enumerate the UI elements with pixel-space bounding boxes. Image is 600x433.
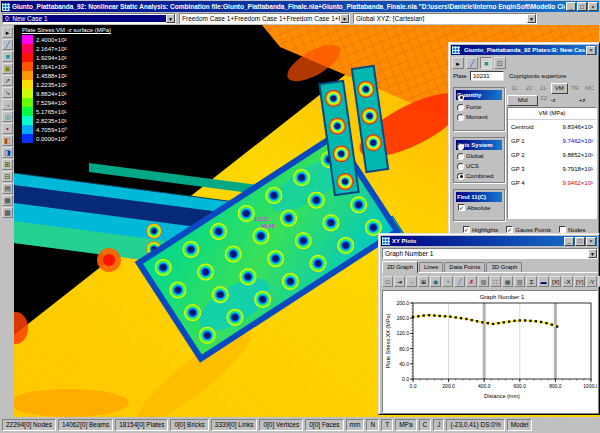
plate-tool-button[interactable]: ■ — [2, 51, 13, 62]
graph-selector-combobox[interactable]: Graph Number 1 ▼ — [382, 248, 598, 259]
corner-hotspot — [97, 248, 121, 272]
axis-neg-y-icon: -Y — [589, 279, 595, 285]
mesh-grid-button[interactable]: ▦ — [2, 195, 13, 206]
maximize-button[interactable]: □ — [577, 2, 587, 11]
close-button[interactable]: × — [586, 46, 596, 55]
delete-graph-button[interactable]: ✗ — [466, 276, 477, 287]
x-axis-label: Distance (mm) — [484, 393, 520, 399]
surface-tab-mid[interactable]: Mid — [507, 95, 538, 106]
save-graph-button[interactable]: ▦ — [502, 276, 513, 287]
graph-chart-panel[interactable]: Graph Number 10.0200.0400.0600.0800.0100… — [382, 290, 598, 413]
close-button[interactable]: × — [588, 2, 598, 11]
copy-values-button[interactable]: ⊡ — [494, 57, 506, 69]
surface-tab--z[interactable]: +z — [568, 95, 597, 106]
mesh-quad-button[interactable]: ⊞ — [2, 159, 13, 170]
pointer-button[interactable]: ▸ — [452, 57, 464, 69]
xy-maximize-button[interactable]: □ — [575, 237, 585, 246]
plate-number-input[interactable]: 10231 — [470, 71, 504, 81]
cylinder-tool-button[interactable]: ◎ — [2, 111, 13, 122]
axis-x-icon: [X] — [552, 279, 559, 285]
grid-snap-button[interactable]: ◨ — [2, 147, 13, 158]
measure-tool-button[interactable]: ↘ — [2, 87, 13, 98]
highlights-checkbox[interactable] — [463, 226, 470, 233]
stress-tab-tr[interactable]: TR — [568, 83, 583, 94]
legend-swatch — [22, 35, 33, 44]
chevron-down-icon[interactable]: ▼ — [340, 14, 349, 23]
export-graph-button[interactable]: → — [406, 276, 417, 287]
x-tick-label: 200.0 — [442, 383, 455, 389]
copy-graph-button[interactable]: ⊞ — [418, 276, 429, 287]
clipboard-grid-button[interactable]: ▧ — [478, 276, 489, 287]
chevron-down-icon[interactable]: ▼ — [588, 249, 597, 258]
stress-tab-mc[interactable]: MC — [582, 83, 597, 94]
mesh-rows-button[interactable]: ▤ — [2, 183, 13, 194]
axis-ucs-option[interactable]: UCS — [454, 161, 504, 171]
axis-global-option[interactable]: Global — [454, 151, 504, 161]
axis-neg-x-button[interactable]: -X — [562, 276, 573, 287]
result-case-combobox[interactable]: 0: New Case 1 ▼ — [2, 13, 176, 24]
quantity-force-option[interactable]: Force — [454, 102, 504, 112]
graph-tab-3d-graph[interactable]: 3D Graph — [486, 262, 522, 272]
xy-minimize-button[interactable]: _ — [564, 237, 574, 246]
plate-select-button[interactable]: ■ — [480, 57, 492, 69]
measure-tool-icon: ↘ — [5, 89, 11, 96]
stress-tab-22[interactable]: 22 — [522, 83, 537, 94]
xy-close-button[interactable]: × — [586, 237, 596, 246]
axis-combined-option[interactable]: Combined — [454, 171, 504, 181]
stress-tab-11-22[interactable]: 11-22 — [536, 83, 551, 94]
table-view-button[interactable]: ▥ — [514, 276, 525, 287]
graph-tab-lines[interactable]: Lines — [419, 262, 443, 272]
axis-local-radio[interactable] — [457, 143, 464, 150]
chevron-down-icon[interactable]: ▼ — [527, 14, 536, 23]
marker-bar-button[interactable]: ▬ — [538, 276, 549, 287]
gauss-points-checkbox[interactable] — [506, 226, 513, 233]
select-arrow-button[interactable]: → — [2, 99, 13, 110]
draw-line-icon: ╱ — [470, 60, 474, 67]
minimize-button[interactable]: _ — [566, 2, 576, 11]
axis-combined-radio[interactable] — [457, 173, 464, 180]
nodes-checkbox[interactable] — [559, 226, 566, 233]
mesh-tri-button[interactable]: ⊟ — [2, 171, 13, 182]
axis-global-radio[interactable] — [457, 153, 464, 160]
pointer-tool-button[interactable]: ▸ — [2, 27, 13, 38]
line-tool-button[interactable]: ╱ — [2, 39, 13, 50]
quantity-moment-radio[interactable] — [457, 114, 464, 121]
print-preview-button[interactable]: ◔ — [442, 276, 453, 287]
new-graph-button[interactable]: □ — [382, 276, 393, 287]
axis-y-button[interactable]: [Y] — [574, 276, 585, 287]
xy-chart[interactable]: Graph Number 10.0200.0400.0600.0800.0100… — [383, 291, 597, 412]
graph-tab-data-points[interactable]: Data Points — [444, 262, 485, 272]
mesh-dense-button[interactable]: ▩ — [2, 207, 13, 218]
open-graph-icon: ⇥ — [397, 279, 402, 285]
link-tool-button[interactable]: ↗ — [2, 75, 13, 86]
quantity-force-radio[interactable] — [457, 104, 464, 111]
stress-tab-vm[interactable]: VM — [551, 83, 568, 94]
stress-tab-11[interactable]: 11 — [507, 83, 522, 94]
sum-button[interactable]: Σ — [526, 276, 537, 287]
status-cell: T — [381, 419, 393, 431]
node-snap-button[interactable]: ◧ — [2, 135, 13, 146]
table-row: GP 29.8852×10¹ — [508, 148, 596, 162]
checkbox-label: Gauss Points — [515, 227, 551, 233]
surface-tab--z[interactable]: -z — [538, 95, 567, 106]
graph-tab-2d-graph[interactable]: 2D Graph — [382, 261, 418, 273]
highlighted-plate-tag: 10231 — [254, 216, 269, 222]
data-points-button[interactable]: ∷ — [490, 276, 501, 287]
delete-graph-icon: ✗ — [469, 279, 474, 285]
edit-pen-button[interactable]: ╱ — [454, 276, 465, 287]
axis-x-button[interactable]: [X] — [550, 276, 561, 287]
globe-button[interactable]: ◉ — [430, 276, 441, 287]
axis-ucs-radio[interactable] — [457, 163, 464, 170]
freedom-case-combobox[interactable]: Freedom Case 1+Freedom Case 1+Freedom Ca… — [179, 13, 350, 24]
absolute-checkbox[interactable] — [458, 204, 465, 211]
coordinate-system-combobox[interactable]: Global XYZ: [Cartesian] ▼ — [353, 13, 537, 24]
open-graph-button[interactable]: ⇥ — [394, 276, 405, 287]
results-column-header: VM (MPa) — [508, 108, 596, 120]
draw-line-button[interactable]: ╱ — [466, 57, 478, 69]
quantity-moment-option[interactable]: Moment — [454, 112, 504, 122]
chevron-down-icon[interactable]: ▼ — [166, 14, 175, 23]
quantity-stress-radio[interactable] — [457, 94, 464, 101]
point-mark-button[interactable]: • — [2, 123, 13, 134]
axis-neg-y-button[interactable]: -Y — [586, 276, 597, 287]
brick-tool-button[interactable]: ▣ — [2, 63, 13, 74]
